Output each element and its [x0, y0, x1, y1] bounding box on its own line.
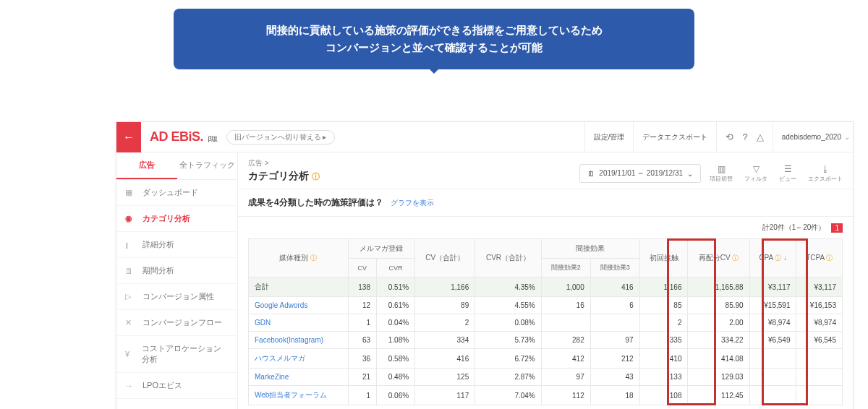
sidebar-item-1[interactable]: ◉カテゴリ分析 — [116, 206, 237, 232]
tab-ad[interactable]: 広告 — [116, 152, 177, 179]
cell-cv-total: 1,166 — [415, 277, 475, 297]
filter-button[interactable]: ▽フィルタ — [744, 164, 767, 183]
help-icon[interactable]: ⓘ — [826, 254, 833, 262]
callout-line2: コンバージョンと並べて確認することが可能 — [203, 39, 665, 56]
cell-redist: 2.00 — [688, 314, 749, 332]
cell-ind3: 97 — [590, 332, 639, 349]
cell-cpa: ¥3,117 — [749, 277, 796, 297]
cell-cpa: ¥6,549 — [749, 332, 796, 349]
cell-label: ハウスメルマガ — [249, 349, 349, 369]
show-graph-link[interactable]: グラフを表示 — [391, 198, 434, 208]
sidebar-item-4[interactable]: ▷コンバージョン属性 — [116, 284, 237, 310]
col-media[interactable]: 媒体種別 ⓘ — [249, 239, 349, 277]
col-cpa[interactable]: CPA ⓘ ↓ — [749, 239, 796, 277]
col-indirect3[interactable]: 間接効果3 — [590, 259, 639, 277]
data-export-link[interactable]: データエクスポート — [633, 122, 716, 152]
settings-link[interactable]: 設定/管理 — [584, 122, 634, 152]
sidebar-label: 期間分析 — [142, 265, 174, 276]
cell-redist: 334.22 — [688, 332, 749, 349]
row-link[interactable]: Facebook(Instagram) — [255, 336, 323, 344]
columns-button[interactable]: ▥項目切替 — [710, 164, 733, 183]
cell-cpa: ¥8,974 — [749, 314, 796, 332]
sidebar-item-6[interactable]: ¥コストアロケーション分析 — [116, 336, 237, 373]
cell-cv-total: 334 — [415, 332, 475, 349]
sidebar-item-7[interactable]: →LPOエビス — [116, 373, 237, 399]
table-row: Google Adwords120.61%894.55%1668585.90¥1… — [249, 297, 843, 314]
page-number[interactable]: 1 — [831, 223, 843, 233]
help-icon[interactable]: ⓘ — [732, 254, 739, 262]
col-indirect2[interactable]: 間接効果2 — [541, 259, 590, 277]
sidebar-icon: ⫿ — [125, 241, 137, 249]
sidebar-icon: ▷ — [125, 292, 137, 301]
cell-cv: 36 — [348, 349, 376, 369]
export-button[interactable]: ⭳エクスポート — [808, 164, 843, 183]
sidebar-icon: ▦ — [125, 188, 137, 197]
account-menu[interactable]: adebisdemo_2020 — [773, 122, 853, 152]
cell-cvr-total: 0.08% — [475, 314, 542, 332]
col-first-touch[interactable]: 初回接触 — [639, 239, 688, 277]
help-icon[interactable]: ⓘ — [775, 254, 781, 262]
view-button[interactable]: ☰ビュー — [779, 164, 796, 183]
cell-cpa — [749, 369, 796, 386]
calendar-icon: 🗓 — [587, 170, 595, 178]
col-cvr-total[interactable]: CVR（合計） — [475, 239, 542, 277]
cell-first: 108 — [639, 386, 688, 405]
cell-first: 85 — [639, 297, 688, 314]
cell-redist: 85.90 — [688, 297, 749, 314]
result-count-row: 計20件（1～20件） 1 — [238, 217, 853, 238]
cell-cvr-total: 4.35% — [475, 277, 542, 297]
cell-tcpa — [796, 349, 843, 369]
sidebar-item-0[interactable]: ▦ダッシュボード — [116, 180, 237, 206]
cell-first: 2 — [639, 314, 688, 332]
col-indirect-group: 間接効果 — [541, 239, 639, 259]
sidebar-label: カテゴリ分析 — [142, 213, 190, 224]
col-cvr[interactable]: CVR — [377, 259, 415, 277]
switch-version-link[interactable]: 旧バージョンへ切り替える ▸ — [226, 130, 335, 145]
cell-first: 410 — [639, 349, 688, 369]
download-icon: ⭳ — [821, 164, 830, 174]
cell-first: 335 — [639, 332, 688, 349]
date-range-text: 2019/11/01 ～ 2019/12/31 — [599, 168, 683, 178]
cell-cpa — [749, 386, 796, 405]
result-count: 計20件（1～20件） — [762, 223, 826, 233]
sidebar-item-2[interactable]: ⫿詳細分析 — [116, 232, 237, 258]
help-icon-title[interactable]: ⓘ — [312, 172, 320, 181]
cell-cv-total: 125 — [415, 369, 475, 386]
table-row: ハウスメルマガ360.58%4166.72%412212410414.08 — [249, 349, 843, 369]
col-cv-total[interactable]: CV（合計） — [415, 239, 475, 277]
sidebar-item-3[interactable]: 🗓期間分析 — [116, 258, 237, 284]
cell-first: 133 — [639, 369, 688, 386]
col-tcpa[interactable]: TCPA ⓘ — [796, 239, 843, 277]
back-button[interactable]: ← — [116, 122, 141, 152]
cell-cvr: 0.06% — [377, 386, 415, 405]
col-redist-cv[interactable]: 再配分CV ⓘ — [688, 239, 749, 277]
logo: AD EBiS. β版 — [141, 129, 226, 145]
help-icon[interactable]: ? — [742, 132, 747, 142]
toolbar: ▥項目切替 ▽フィルタ ☰ビュー ⭳エクスポート — [710, 164, 843, 183]
cell-cv-total: 89 — [415, 297, 475, 314]
col-cv[interactable]: CV — [348, 259, 376, 277]
row-link[interactable]: Web担当者フォーラム — [255, 391, 327, 399]
cell-label: GDN — [249, 314, 349, 332]
row-link[interactable]: GDN — [255, 319, 271, 327]
notification-icon[interactable]: △ — [757, 132, 764, 142]
sort-desc-icon[interactable]: ↓ — [783, 254, 787, 262]
cell-cv-total: 416 — [415, 349, 475, 369]
cell-ind2 — [541, 314, 590, 332]
sidebar-item-5[interactable]: ✕コンバージョンフロー — [116, 310, 237, 336]
row-link[interactable]: Google Adwords — [255, 301, 307, 309]
cell-cv-total: 2 — [415, 314, 475, 332]
topbar-icons: ⟲ ? △ — [716, 122, 772, 152]
tab-all-traffic[interactable]: 全トラフィック — [177, 152, 238, 179]
cell-cpa: ¥15,591 — [749, 297, 796, 314]
cell-cvr-total: 4.55% — [475, 297, 542, 314]
cell-ind2: 97 — [541, 369, 590, 386]
help-icon[interactable]: ⓘ — [310, 254, 317, 262]
cell-ind2: 412 — [541, 349, 590, 369]
main-content: 広告 > カテゴリ分析 ⓘ 🗓 2019/11/01 ～ 2019/12/31 … — [238, 152, 853, 409]
refresh-icon[interactable]: ⟲ — [726, 132, 733, 142]
sidebar-label: コンバージョン属性 — [142, 291, 214, 302]
row-link[interactable]: MarkeZine — [255, 373, 289, 381]
row-link[interactable]: ハウスメルマガ — [255, 354, 305, 362]
date-range-picker[interactable]: 🗓 2019/11/01 ～ 2019/12/31 ⌄ — [579, 164, 701, 183]
